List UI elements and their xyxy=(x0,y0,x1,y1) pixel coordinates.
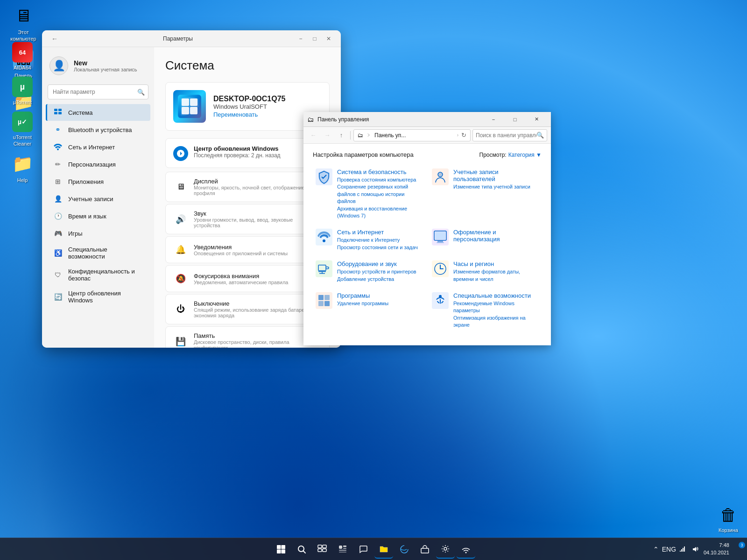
desktop-icons-left: 64 AIDA64 µ µTorrent µ✓ uTorrentCleaner … xyxy=(4,42,41,189)
desktop-icon-help[interactable]: 📁 Help xyxy=(4,153,41,183)
display-icon: 🖥 xyxy=(173,180,188,195)
cp-address-bar[interactable]: 🗂 ﹥ Панель уп... › ↻ xyxy=(353,129,471,141)
taskbar-taskview-button[interactable] xyxy=(313,540,331,559)
desktop-icon-utorrent-cleaner[interactable]: µ✓ uTorrentCleaner xyxy=(4,112,41,147)
cp-link-uninstall[interactable]: Удаление программы xyxy=(337,301,388,306)
nav-item-bluetooth[interactable]: ⚭ Bluetooth и устройства xyxy=(46,121,150,138)
desktop-icon-aida64[interactable]: 64 AIDA64 xyxy=(4,42,41,71)
cp-link-datetime[interactable]: Изменение форматов даты, времени и чисел xyxy=(453,269,520,281)
cp-back-button[interactable]: ← xyxy=(307,129,319,141)
pc-name: DESKTOP-0OC1Q75 xyxy=(213,95,285,103)
tray-network-icon[interactable] xyxy=(677,544,688,555)
cp-cat-title-system[interactable]: Система и безопасность xyxy=(337,168,423,175)
tray-chevron[interactable]: ⌃ xyxy=(650,544,662,555)
taskbar-right: ⌃ ENG 7:48 04.10.2021 3 xyxy=(650,542,743,556)
nav-item-network[interactable]: Сеть и Интернет xyxy=(46,139,150,155)
nav-item-accounts[interactable]: 👤 Учетные записи xyxy=(46,190,150,207)
desktop-icon-recycle-bin[interactable]: 🗑 Корзина xyxy=(717,504,740,533)
tray-notification-button[interactable]: 3 xyxy=(732,544,743,555)
taskbar-network-button[interactable] xyxy=(457,540,475,559)
cp-cat-title-programs[interactable]: Программы xyxy=(337,292,388,299)
nav-item-accessibility[interactable]: ♿ Специальные возможности xyxy=(46,242,150,264)
cp-cat-title-hardware[interactable]: Оборудование и звук xyxy=(337,260,416,267)
cp-cat-title-network[interactable]: Сеть и Интернет xyxy=(337,229,418,236)
taskbar-search-button[interactable] xyxy=(292,540,311,559)
settings-search-input[interactable] xyxy=(48,84,148,99)
nav-icon-apps: ⊞ xyxy=(53,177,63,186)
nav-item-time[interactable]: 🕐 Время и язык xyxy=(46,208,150,224)
cp-cat-content-users: Учетные записи пользователей Изменение т… xyxy=(453,168,539,190)
sound-title: Звук xyxy=(194,210,314,217)
nav-icon-network xyxy=(53,142,63,152)
taskbar-center-items xyxy=(272,540,475,559)
cp-link-optimize[interactable]: Оптимизация изображения на экране xyxy=(453,315,526,328)
cp-forward-button[interactable]: → xyxy=(321,129,333,141)
cp-category-user-accounts: Учетные записи пользователей Изменение т… xyxy=(429,166,542,222)
taskbar-edge-button[interactable] xyxy=(395,540,414,559)
cp-cat-title-users[interactable]: Учетные записи пользователей xyxy=(453,168,539,182)
cp-cat-content-programs: Программы Удаление программы xyxy=(337,292,388,307)
cp-link-network-status[interactable]: Просмотр состояния сети и задач xyxy=(337,245,418,250)
svg-point-44 xyxy=(444,547,447,550)
cp-link-archive[interactable]: Архивация и восстановление (Windows 7) xyxy=(337,206,407,218)
nav-item-apps[interactable]: ⊞ Приложения xyxy=(46,173,150,190)
power-desc: Спящий режим, использование заряда батар… xyxy=(194,307,314,318)
cp-refresh-button[interactable]: ↻ xyxy=(461,132,466,139)
desktop-icon-this-pc[interactable]: 🖥 Этот компьютер xyxy=(5,5,42,42)
taskbar-settings-button[interactable] xyxy=(436,540,455,559)
settings-user-section[interactable]: 👤 New Локальная учетная запись xyxy=(42,52,154,83)
settings-back-button[interactable]: ← xyxy=(48,33,62,44)
notifications-title: Уведомления xyxy=(194,244,288,251)
desktop-icon-utorrent[interactable]: µ µTorrent xyxy=(4,77,41,105)
cp-categories-grid: Система и безопасность Проверка состояни… xyxy=(313,166,542,331)
cp-cat-content-clock: Часы и регион Изменение форматов даты, в… xyxy=(453,260,539,283)
cp-view-link[interactable]: Категория ▼ xyxy=(508,152,542,158)
settings-minimize-button[interactable]: − xyxy=(294,34,307,44)
display-text: Дисплей Мониторы, яркость, ночной свет, … xyxy=(194,178,314,196)
taskbar-clock[interactable]: 7:48 04.10.2021 xyxy=(704,542,729,556)
nav-item-personalization[interactable]: ✏ Персонализация xyxy=(46,156,150,173)
cp-cat-content-system: Система и безопасность Проверка состояни… xyxy=(337,168,423,219)
nav-item-privacy[interactable]: 🛡 Конфиденциальность и безопас xyxy=(46,264,150,286)
cp-search-input[interactable] xyxy=(476,132,536,139)
svg-rect-24 xyxy=(324,295,330,300)
cp-link-backup[interactable]: Сохранение резервных копий файлов с помо… xyxy=(337,184,408,204)
nav-item-gaming[interactable]: 🎮 Игры xyxy=(46,225,150,242)
cp-icon-programs xyxy=(316,292,332,309)
cp-link-add-device[interactable]: Добавление устройства xyxy=(337,276,394,282)
svg-rect-29 xyxy=(282,545,286,549)
cp-minimize-button[interactable]: − xyxy=(483,112,504,127)
cp-cat-title-clock[interactable]: Часы и регион xyxy=(453,260,539,267)
taskbar-widgets-button[interactable] xyxy=(333,540,352,559)
cp-link-recommended[interactable]: Рекомендуемые Windows параметры xyxy=(453,301,514,313)
nav-item-sistema[interactable]: Система xyxy=(46,104,150,121)
cp-link-check[interactable]: Проверка состояния компьютера xyxy=(337,177,416,182)
cp-close-button[interactable]: ✕ xyxy=(526,112,547,127)
svg-rect-23 xyxy=(318,295,324,300)
taskbar: ⌃ ENG 7:48 04.10.2021 3 xyxy=(0,538,747,560)
svg-rect-8 xyxy=(182,107,189,114)
taskbar-chat-button[interactable] xyxy=(354,540,373,559)
tray-lang[interactable]: ENG xyxy=(663,544,675,555)
cp-link-devices[interactable]: Просмотр устройств и принтеров xyxy=(337,269,416,274)
settings-maximize-button[interactable]: □ xyxy=(308,34,321,44)
cp-link-internet[interactable]: Подключение к Интернету xyxy=(337,237,400,243)
cp-maximize-button[interactable]: □ xyxy=(504,112,526,127)
taskbar-explorer-button[interactable] xyxy=(374,540,393,559)
control-panel-window: 🗂 Панель управления − □ ✕ ← → ↑ 🗂 ﹥ Пане… xyxy=(303,112,551,345)
taskbar-start-button[interactable] xyxy=(272,540,290,559)
cp-link-change-type[interactable]: Изменение типа учетной записи xyxy=(453,184,530,189)
cp-cat-title-appearance[interactable]: Оформление и персонализация xyxy=(453,229,539,243)
rename-link[interactable]: Переименовать xyxy=(213,111,258,118)
cp-up-button[interactable]: ↑ xyxy=(335,129,347,141)
focus-icon: 🔕 xyxy=(173,271,188,286)
taskbar-store-button[interactable] xyxy=(416,540,434,559)
tray-sound-icon[interactable] xyxy=(690,544,701,555)
svg-rect-36 xyxy=(318,549,322,552)
cp-cat-content-appearance: Оформление и персонализация xyxy=(453,229,539,244)
cp-cat-title-accessibility[interactable]: Специальные возможности xyxy=(453,292,539,299)
cp-search-icon: 🔍 xyxy=(536,132,544,139)
settings-close-button[interactable]: ✕ xyxy=(322,34,335,44)
svg-rect-2 xyxy=(54,112,57,114)
nav-item-windows-update[interactable]: 🔄 Центр обновления Windows xyxy=(46,286,150,308)
